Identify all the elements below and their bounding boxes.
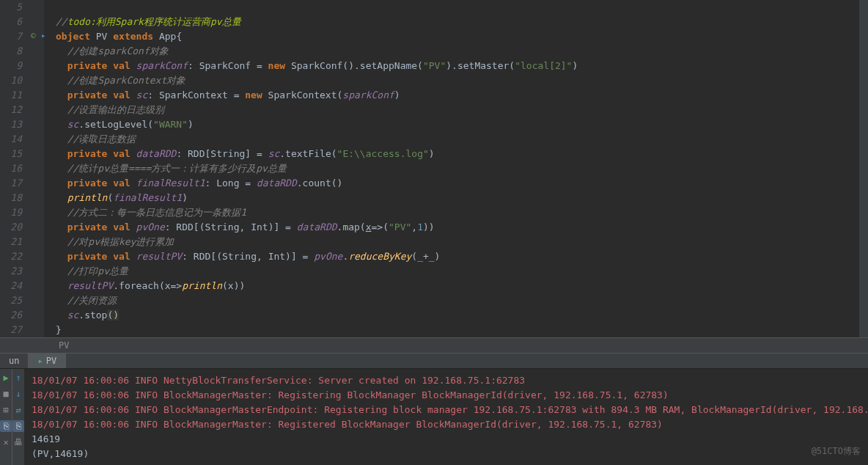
soft-wrap-icon[interactable]: ⇄ bbox=[12, 404, 24, 416]
scroll-down-icon[interactable]: ↓ bbox=[12, 388, 24, 400]
editor-area: 5 6 7 8 9 10 11 12 13 14 15 16 17 18 19 … bbox=[0, 0, 868, 337]
code-line: } bbox=[56, 323, 859, 337]
output-line: 14619 bbox=[32, 432, 868, 447]
line-number: 6 bbox=[0, 15, 22, 29]
code-line: resultPV.foreach(x=>println(x)) bbox=[56, 279, 859, 293]
line-number: 19 bbox=[0, 205, 22, 220]
code-line: sc.stop() bbox=[56, 308, 859, 323]
line-number: 22 bbox=[0, 249, 22, 264]
line-number: 7 bbox=[0, 29, 22, 44]
line-number: 25 bbox=[0, 293, 22, 308]
layout-icon[interactable]: ⊞ bbox=[0, 404, 12, 416]
gutter-icons: © ▸ bbox=[29, 0, 44, 337]
line-number: 10 bbox=[0, 73, 22, 88]
line-number: 20 bbox=[0, 220, 22, 235]
breadcrumb[interactable]: PV bbox=[0, 337, 868, 353]
code-line: println(finalResult1) bbox=[56, 191, 859, 205]
line-number: 14 bbox=[0, 132, 22, 147]
output-line: (PV,14619) bbox=[32, 447, 868, 461]
tab-pv[interactable]: ▸PV bbox=[29, 354, 66, 368]
line-number: 16 bbox=[0, 161, 22, 176]
tool-window-tabs: un ▸PV bbox=[0, 353, 868, 369]
console-toolbar-left: ▶ ■ ⊞ ⎘ ✕ bbox=[0, 369, 12, 465]
code-line: //方式二：每一条日志信息记为一条数据1 bbox=[56, 205, 859, 220]
code-line: //对pv根据key进行累加 bbox=[56, 235, 859, 249]
tab-run[interactable]: un bbox=[0, 354, 29, 368]
line-number: 24 bbox=[0, 279, 22, 293]
code-line bbox=[56, 0, 859, 15]
line-number: 15 bbox=[0, 147, 22, 161]
code-line: //关闭资源 bbox=[56, 293, 859, 308]
code-line: //创建SparkContext对象 bbox=[56, 73, 859, 88]
pin-icon[interactable]: ⎘ bbox=[0, 420, 12, 432]
stop-icon[interactable]: ■ bbox=[0, 388, 12, 400]
watermark: @51CTO博客 bbox=[812, 445, 861, 458]
log-line: 18/01/07 16:00:06 INFO BlockManagerMaste… bbox=[32, 403, 868, 417]
code-line: //读取日志数据 bbox=[56, 132, 859, 147]
line-gutter: 5 6 7 8 9 10 11 12 13 14 15 16 17 18 19 … bbox=[0, 0, 29, 337]
line-number: 13 bbox=[0, 117, 22, 132]
console-toolbar-right: ↑ ↓ ⇄ ⎘ 🖶 bbox=[12, 369, 24, 465]
console-output[interactable]: 18/01/07 16:00:06 INFO NettyBlockTransfe… bbox=[24, 369, 868, 465]
line-number: 26 bbox=[0, 308, 22, 323]
line-number: 23 bbox=[0, 264, 22, 279]
code-line: private val dataRDD: RDD[String] = sc.te… bbox=[56, 147, 859, 161]
code-line: private val resultPV: RDD[(String, Int)]… bbox=[56, 249, 859, 264]
scroll-up-icon[interactable]: ↑ bbox=[12, 372, 24, 384]
export-icon[interactable]: ⎘ bbox=[12, 420, 24, 432]
log-line: 18/01/07 16:00:06 INFO BlockManagerMaste… bbox=[32, 417, 868, 432]
code-line: //打印pv总量 bbox=[56, 264, 859, 279]
vertical-scrollbar[interactable] bbox=[859, 0, 868, 337]
code-line: private val sparkConf: SparkConf = new S… bbox=[56, 59, 859, 73]
code-editor[interactable]: //todo:利用Spark程序统计运营商pv总量 object PV exte… bbox=[44, 0, 859, 337]
line-number: 17 bbox=[0, 176, 22, 191]
code-line: sc.setLogLevel("WARN") bbox=[56, 117, 859, 132]
print-icon[interactable]: 🖶 bbox=[12, 436, 24, 448]
code-line: //创建sparkConf对象 bbox=[56, 44, 859, 59]
code-line: //todo:利用Spark程序统计运营商pv总量 bbox=[56, 15, 859, 29]
log-line: 18/01/07 16:00:06 INFO BlockManagerMaste… bbox=[32, 388, 868, 403]
code-line: private val sc: SparkContext = new Spark… bbox=[56, 88, 859, 103]
class-icon[interactable]: © bbox=[31, 31, 41, 41]
line-number: 5 bbox=[0, 0, 22, 15]
console-area: ▶ ■ ⊞ ⎘ ✕ ↑ ↓ ⇄ ⎘ 🖶 18/01/07 16:00:06 IN… bbox=[0, 369, 868, 465]
log-line: 18/01/07 16:00:06 INFO NettyBlockTransfe… bbox=[32, 373, 868, 388]
code-line: //统计pv总量====方式一：计算有多少行及pv总量 bbox=[56, 161, 859, 176]
line-number: 12 bbox=[0, 103, 22, 117]
run-gutter-icon[interactable]: ▸ bbox=[41, 31, 51, 41]
run-status-icon: ▸ bbox=[37, 356, 43, 366]
line-number: 27 bbox=[0, 323, 22, 337]
line-number: 9 bbox=[0, 59, 22, 73]
rerun-icon[interactable]: ▶ bbox=[0, 372, 12, 384]
line-number: 21 bbox=[0, 235, 22, 249]
code-line: //设置输出的日志级别 bbox=[56, 103, 859, 117]
code-line: object PV extends App{ bbox=[56, 29, 859, 44]
code-line: private val finalResult1: Long = dataRDD… bbox=[56, 176, 859, 191]
code-line: private val pvOne: RDD[(String, Int)] = … bbox=[56, 220, 859, 235]
close-icon[interactable]: ✕ bbox=[0, 436, 12, 448]
line-number: 8 bbox=[0, 44, 22, 59]
line-number: 18 bbox=[0, 191, 22, 205]
line-number: 11 bbox=[0, 88, 22, 103]
